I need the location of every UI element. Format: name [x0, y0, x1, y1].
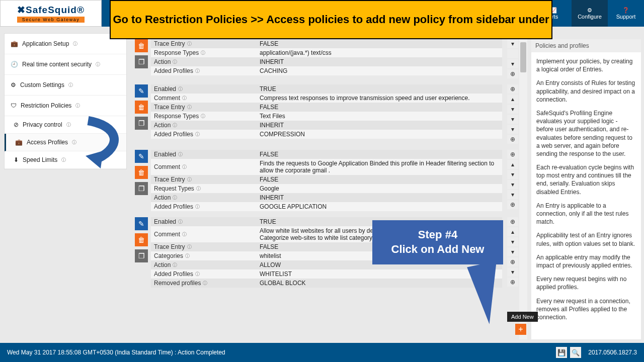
info-icon[interactable]: ⓘ: [201, 50, 205, 56]
field-value: INHERIT: [257, 193, 502, 202]
info-icon[interactable]: ⓘ: [173, 195, 177, 201]
field-value: FALSE: [257, 175, 502, 184]
info-icon[interactable]: ⓘ: [196, 186, 201, 192]
info-icon[interactable]: ⓘ: [182, 95, 187, 102]
expand-icon[interactable]: ⊕: [507, 278, 518, 287]
expand-icon[interactable]: ⊕: [507, 217, 518, 226]
help-paragraph: Each re-evaluation cycle begins with top…: [536, 163, 636, 196]
save-icon[interactable]: 💾: [556, 347, 567, 358]
info-icon[interactable]: ⓘ: [178, 86, 183, 93]
info-icon[interactable]: ⓘ: [66, 122, 71, 128]
help-paragraph: An Entry consists of Rules for testing a…: [536, 79, 636, 104]
info-icon[interactable]: ⓘ: [178, 151, 183, 158]
expand-icon[interactable]: ⊕: [507, 135, 518, 144]
collapse-up-icon[interactable]: ▴: [507, 227, 518, 236]
expand-icon[interactable]: ⊕: [507, 69, 518, 78]
edit-button[interactable]: ✎: [135, 150, 148, 163]
search-icon[interactable]: 🔍: [570, 347, 581, 358]
expand-icon[interactable]: ⊕: [507, 150, 518, 159]
delete-button[interactable]: 🗑: [135, 233, 148, 246]
collapse-up-icon[interactable]: ▴: [507, 160, 518, 169]
entry-row: Trace Entry ⓘFALSE: [151, 175, 502, 184]
info-icon[interactable]: ⓘ: [195, 204, 200, 210]
info-icon[interactable]: ⓘ: [73, 41, 77, 47]
info-icon[interactable]: ⓘ: [182, 164, 187, 170]
dropdown-icon[interactable]: ▾: [507, 59, 518, 68]
entry-row: Removed profiles ⓘGLOBAL BLOCK: [151, 279, 502, 288]
delete-button[interactable]: 🗑: [135, 101, 148, 114]
field-value: GOOGLE APPLICATION: [257, 202, 502, 211]
info-icon[interactable]: ⓘ: [75, 103, 80, 109]
dropdown-icon[interactable]: [507, 49, 518, 58]
dropdown-icon[interactable]: ▾: [507, 105, 518, 114]
info-icon[interactable]: ⓘ: [96, 61, 100, 68]
info-icon[interactable]: ⓘ: [195, 68, 200, 74]
field-value: Finds the requests to Google Application…: [257, 159, 502, 175]
dropdown-icon[interactable]: ▾: [507, 39, 518, 48]
clone-button[interactable]: ❐: [135, 117, 148, 130]
scroll-thumb[interactable]: [520, 42, 526, 72]
info-icon[interactable]: ⓘ: [185, 253, 190, 259]
dropdown-icon[interactable]: ▾: [507, 115, 518, 124]
dropdown-icon[interactable]: ▾: [507, 180, 518, 189]
sidebar-item-custom-settings[interactable]: ⚙Custom Settings ⓘ: [5, 75, 126, 96]
clone-button[interactable]: ❐: [135, 182, 148, 195]
expand-icon[interactable]: ⊕: [507, 200, 518, 209]
info-icon[interactable]: ⓘ: [187, 176, 192, 183]
info-icon[interactable]: ⓘ: [173, 122, 177, 129]
info-icon[interactable]: ⓘ: [178, 219, 183, 225]
dropdown-icon[interactable]: ▾: [507, 247, 518, 256]
edit-button[interactable]: ✎: [135, 217, 148, 230]
info-icon[interactable]: ⓘ: [195, 131, 200, 138]
entry-row: Request Types ⓘGoogle: [151, 184, 502, 193]
info-icon[interactable]: ⓘ: [72, 139, 76, 146]
info-icon[interactable]: ⓘ: [203, 280, 207, 287]
nav-support[interactable]: ❓ Support: [608, 0, 644, 27]
sidebar-item-label: Speed Limits: [23, 156, 57, 163]
dropdown-icon[interactable]: ▾: [507, 190, 518, 199]
info-icon[interactable]: ⓘ: [182, 231, 187, 238]
field-value: Compress text responses to improve trans…: [257, 94, 502, 103]
collapse-up-icon[interactable]: ▴: [507, 95, 518, 104]
clone-button[interactable]: ❐: [135, 55, 148, 68]
info-icon[interactable]: ⓘ: [187, 244, 192, 250]
nav-configure[interactable]: ⚙ Configure: [572, 0, 608, 27]
field-label: Added Profiles ⓘ: [151, 269, 257, 279]
info-icon[interactable]: ⓘ: [173, 59, 177, 65]
sidebar-item-real-time-content-security[interactable]: 🕘Real time content security ⓘ: [5, 54, 126, 75]
info-icon[interactable]: ⓘ: [195, 271, 200, 278]
field-value: TRUE: [257, 84, 502, 94]
sidebar-item-application-setup[interactable]: 💼Application Setup ⓘ: [5, 34, 126, 54]
expand-icon[interactable]: ⊕: [507, 257, 518, 266]
info-icon[interactable]: ⓘ: [201, 113, 205, 120]
entry-row: Action ⓘINHERIT: [151, 193, 502, 202]
expand-icon[interactable]: ⊕: [507, 84, 518, 94]
field-label: Trace Entry ⓘ: [151, 175, 257, 184]
info-icon[interactable]: ⓘ: [61, 157, 66, 163]
field-label: Enabled ⓘ: [151, 150, 257, 159]
logo-subtext: Secure Web Gateway: [17, 17, 85, 23]
info-icon[interactable]: ⓘ: [187, 104, 192, 111]
sidebar-icon: ⊘: [14, 121, 19, 128]
add-new-button[interactable]: +: [515, 324, 526, 335]
scrollbar[interactable]: [519, 39, 527, 339]
info-icon[interactable]: ⓘ: [68, 82, 73, 88]
arrow-annotation: [83, 116, 128, 171]
info-icon[interactable]: ⓘ: [187, 41, 192, 47]
delete-button[interactable]: 🗑: [135, 39, 148, 52]
field-label: Action ⓘ: [151, 193, 257, 202]
dropdown-icon[interactable]: ▾: [507, 237, 518, 246]
field-label: Categories ⓘ: [151, 251, 257, 260]
field-value: FALSE: [257, 39, 502, 48]
delete-button[interactable]: 🗑: [135, 166, 148, 179]
dropdown-icon[interactable]: ▾: [507, 267, 518, 277]
sidebar-item-restriction-policies[interactable]: 🛡Restriction Policies ⓘ: [5, 96, 126, 116]
sidebar-item-label: Restriction Policies: [21, 102, 71, 109]
info-icon[interactable]: ⓘ: [173, 262, 177, 268]
dropdown-icon[interactable]: ▾: [507, 170, 518, 179]
help-paragraph: Implement your policies, by creating a l…: [536, 57, 636, 73]
help-paragraph: SafeSquid's Profiling Engine evaluates y…: [536, 109, 636, 158]
dropdown-icon[interactable]: ▾: [507, 125, 518, 134]
clone-button[interactable]: ❐: [135, 249, 148, 262]
edit-button[interactable]: ✎: [135, 84, 148, 98]
